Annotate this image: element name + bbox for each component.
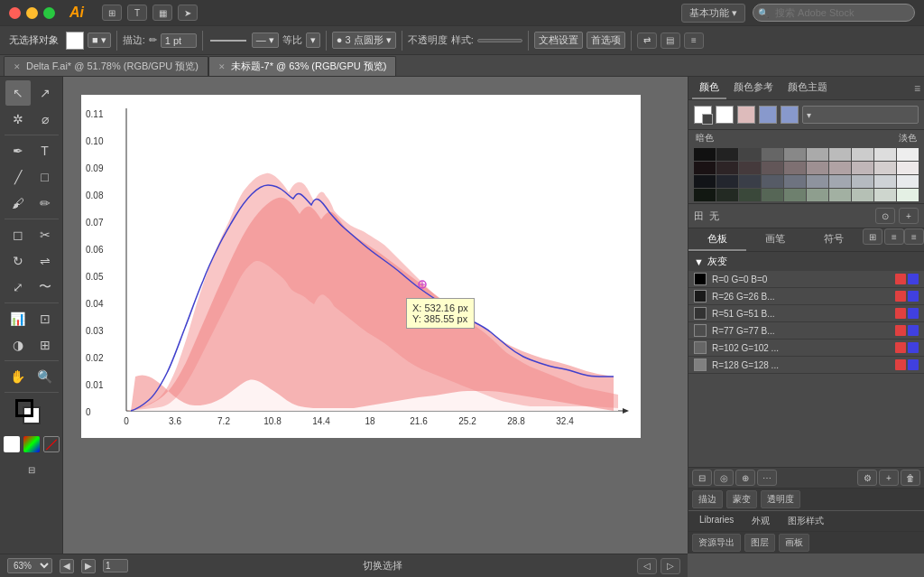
maximize-button[interactable] [43,7,55,19]
palette-cell[interactable] [852,162,873,174]
spt-appearance[interactable]: 外观 [744,513,777,529]
fill-settings-icon[interactable]: ⊙ [875,208,895,224]
sub-panel-menu-icon[interactable]: ≡ [904,228,924,245]
sub-tab-symbols[interactable]: 符号 [805,228,863,251]
palette-cell[interactable] [716,175,738,188]
tab-delta[interactable]: ✕ Delta F.ai* @ 51.78% (RGB/GPU 预览) [4,56,208,76]
panel-tab-color[interactable]: 颜色 [692,77,726,99]
pen-tool[interactable]: ✒ [5,138,31,163]
magic-wand-tool[interactable]: ✲ [5,107,31,132]
status-icon-2[interactable]: ▷ [661,558,680,574]
effect-icon[interactable]: ⊕ [735,470,755,486]
swatch-dropdown[interactable]: ▾ [802,106,919,124]
color-add-fill-0[interactable] [895,274,906,284]
palette-cell[interactable] [762,175,783,188]
palette-cell[interactable] [716,148,738,161]
artboard-tool[interactable]: ⊡ [32,306,58,331]
stroke-box[interactable] [15,399,33,417]
color-add-fill-2[interactable] [895,308,906,319]
text-icon[interactable]: T [127,5,147,21]
color-fill-btn[interactable] [4,436,20,452]
warp-tool[interactable]: 〜 [32,275,58,300]
color-group-header[interactable]: ▼ 灰变 [688,252,924,271]
palette-cell[interactable] [852,148,873,161]
pencil-tool[interactable]: ✏ [32,191,58,216]
palette-cell[interactable] [784,189,806,201]
palette-cell[interactable] [739,189,761,201]
palette-cell[interactable] [829,148,851,161]
color-swatch-0[interactable] [694,273,707,285]
mesh-tool[interactable]: ⊞ [32,332,58,358]
page-number-input[interactable] [103,559,128,572]
palette-cell[interactable] [852,189,873,201]
reflect-tool[interactable]: ⇌ [32,248,58,274]
white-swatch[interactable] [694,106,712,124]
layout-icon[interactable]: ▦ [152,5,172,21]
ratio-select[interactable]: ▾ [306,33,320,48]
color-add-stroke-5[interactable] [908,359,919,370]
spt-libraries[interactable]: Libraries [692,513,741,529]
close-button[interactable] [9,7,21,19]
color-add-fill-1[interactable] [895,291,906,302]
pbt-transparency[interactable]: 透明度 [761,490,800,508]
preferences-button[interactable]: 首选项 [587,32,625,49]
palette-cell[interactable] [897,189,919,201]
palette-cell[interactable] [852,175,873,188]
palette-cell[interactable] [829,175,851,188]
blue-swatch[interactable] [759,106,777,124]
palette-cell[interactable] [694,189,716,201]
stroke-shape-select[interactable]: ■ ▾ [88,33,111,48]
palette-cell[interactable] [829,162,851,174]
palette-cell[interactable] [762,189,783,201]
palette-cell[interactable] [784,175,806,188]
footer-tab-export[interactable]: 资源导出 [692,534,741,552]
palette-cell[interactable] [874,148,896,161]
tab-close-delta[interactable]: ✕ [14,62,21,71]
footer-tab-artboard[interactable]: 画板 [779,534,809,552]
sub-tab-swatches[interactable]: 色板 [688,228,746,251]
panel-tab-color-guide[interactable]: 颜色参考 [726,77,781,99]
style-select[interactable] [477,39,522,42]
palette-cell[interactable] [874,175,896,188]
nav-next-btn[interactable]: ▶ [81,559,96,573]
palette-cell[interactable] [784,148,806,161]
scale-tool[interactable]: ⤢ [5,275,31,300]
plain-white-swatch[interactable] [716,106,734,124]
footer-tab-layers[interactable]: 图层 [744,534,775,552]
palette-cell[interactable] [807,162,828,174]
layer-icon[interactable]: ⊟ [692,470,712,486]
palette-cell[interactable] [739,148,761,161]
color-add-fill-3[interactable] [895,325,906,336]
grid-view-icon[interactable]: ⊞ [102,5,122,21]
minimize-button[interactable] [26,7,38,19]
rect-tool[interactable]: □ [32,164,58,190]
color-add-stroke-4[interactable] [908,342,919,353]
tab-close-untitled[interactable]: ✕ [218,62,226,71]
color-add-icon[interactable]: + [879,470,899,486]
column-graph-tool[interactable]: 📊 [5,306,31,331]
nav-prev-btn[interactable]: ◀ [60,559,74,573]
scissors-tool[interactable]: ✂ [32,222,58,247]
color-add-stroke-0[interactable] [908,274,919,284]
palette-cell[interactable] [739,175,761,188]
direct-select-tool[interactable]: ↗ [32,80,58,106]
gradient-tool[interactable]: ◑ [5,332,31,358]
eraser-tool[interactable]: ◻ [5,222,31,247]
sub-panel-list-icon[interactable]: ≡ [884,228,904,245]
panel-menu-icon[interactable]: ≡ [914,82,920,95]
color-add-stroke-2[interactable] [908,308,919,319]
select-tool[interactable]: ↖ [5,80,31,106]
none-btn[interactable] [43,436,60,452]
palette-cell[interactable] [762,162,783,174]
palette-cell[interactable] [807,175,828,188]
blue-swatch2[interactable] [781,106,799,124]
palette-cell[interactable] [829,189,851,201]
palette-cell[interactable] [897,148,919,161]
gradient-btn[interactable] [23,436,40,452]
palette-cell[interactable] [784,162,806,174]
spt-graphic-styles[interactable]: 图形样式 [781,513,831,529]
color-add-fill-4[interactable] [895,342,906,353]
palette-cell[interactable] [897,175,919,188]
color-add-stroke-3[interactable] [908,325,919,336]
paintbrush-tool[interactable]: 🖌 [5,191,31,216]
